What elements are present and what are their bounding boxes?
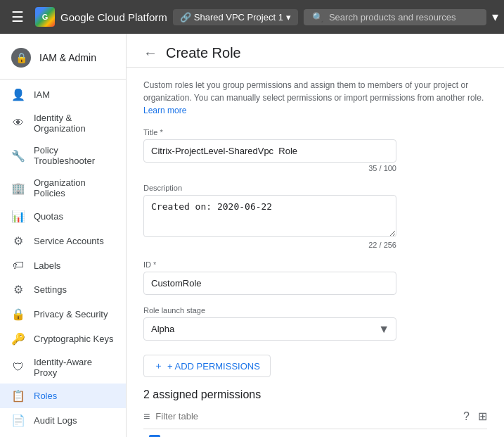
sidebar-label-quotas: Quotas: [34, 211, 63, 222]
sidebar-item-audit[interactable]: 📄 Audit Logs: [0, 408, 126, 433]
sidebar-item-privacy[interactable]: 🔒 Privacy & Security: [0, 302, 126, 327]
sidebar-label-org-policies: Organization Policies: [34, 177, 115, 198]
filter-actions: ? ⊞: [463, 410, 487, 423]
filter-icon: ≡: [143, 410, 150, 423]
columns-icon[interactable]: ⊞: [478, 410, 487, 423]
menu-icon[interactable]: ☰: [6, 6, 30, 28]
logo-icon: G: [35, 7, 55, 27]
th-status: Status: [375, 429, 487, 437]
title-label: Title *: [143, 128, 487, 137]
project-icon: 🔗: [180, 12, 191, 23]
sidebar-label-identity-proxy: Identity-Aware Proxy: [34, 357, 115, 378]
id-input[interactable]: [143, 272, 396, 295]
sidebar-item-roles[interactable]: 📋 Roles: [0, 384, 126, 408]
add-permissions-button[interactable]: ＋ + ADD PERMISSIONS: [143, 355, 271, 377]
sidebar-item-crypto[interactable]: 🔑 Cryptographic Keys: [0, 327, 126, 351]
description-label: Description: [143, 184, 487, 192]
sidebar-item-groups[interactable]: 👥 Groups: [0, 433, 126, 437]
back-button[interactable]: ←: [143, 45, 157, 61]
sidebar-label-roles: Roles: [34, 391, 57, 401]
sidebar-label-policy: Policy Troubleshooter: [34, 145, 115, 166]
identity-icon: 👁: [11, 117, 25, 129]
launch-stage-select[interactable]: Alpha Beta General Availability Disabled: [143, 317, 396, 341]
quotas-icon: 📊: [11, 210, 25, 223]
title-field: Title * 35 / 100: [143, 128, 487, 172]
permissions-table: ✓ Permission ↑ Status: [143, 429, 487, 437]
page-title: Create Role: [166, 45, 241, 61]
sidebar-label-identity: Identity & Organization: [34, 113, 115, 134]
sidebar-label-privacy: Privacy & Security: [34, 309, 108, 319]
identity-proxy-icon: 🛡: [11, 361, 25, 374]
main-content: ← Create Role Custom roles let you group…: [127, 34, 504, 437]
project-selector[interactable]: 🔗 Shared VPC Project 1 ▾: [173, 9, 298, 25]
sidebar-item-iam[interactable]: 👤 IAM: [0, 82, 126, 107]
project-dropdown-icon: ▾: [286, 12, 291, 23]
launch-stage-label: Role launch stage: [143, 306, 487, 315]
sidebar-label-iam: IAM: [34, 89, 50, 100]
logo: G Google Cloud Platform: [35, 7, 167, 27]
id-field: ID *: [143, 260, 487, 295]
sidebar-header: 🔒 IAM & Admin: [0, 39, 126, 80]
iam-icon: 👤: [11, 88, 25, 101]
topbar: ☰ G Google Cloud Platform 🔗 Shared VPC P…: [0, 0, 504, 34]
description-textarea[interactable]: [143, 195, 396, 237]
search-bar: 🔍: [304, 9, 486, 25]
add-permissions-icon: ＋: [154, 360, 163, 372]
title-input[interactable]: [143, 139, 396, 163]
roles-icon: 📋: [11, 389, 25, 403]
search-icon: 🔍: [312, 12, 323, 23]
sidebar-label-crypto: Cryptographic Keys: [34, 334, 113, 344]
project-name: Shared VPC Project 1: [194, 12, 283, 23]
description-text: Custom roles let you group permissions a…: [143, 79, 487, 117]
th-permission[interactable]: Permission ↑: [166, 429, 375, 437]
sidebar-label-audit: Audit Logs: [34, 415, 77, 426]
app-layout: 🔒 IAM & Admin 👤 IAM 👁 Identity & Organiz…: [0, 34, 504, 437]
sidebar-item-policy[interactable]: 🔧 Policy Troubleshooter: [0, 139, 126, 172]
sidebar-item-settings[interactable]: ⚙ Settings: [0, 277, 126, 302]
search-input[interactable]: [329, 12, 478, 23]
title-char-count: 35 / 100: [143, 164, 396, 172]
permissions-section-title: 2 assigned permissions: [143, 388, 487, 401]
page-header: ← Create Role: [127, 34, 504, 68]
sidebar-item-identity-proxy[interactable]: 🛡 Identity-Aware Proxy: [0, 351, 126, 384]
table-header-row: ✓ Permission ↑ Status: [143, 429, 487, 437]
description-field: Description 22 / 256: [143, 184, 487, 249]
crypto-icon: 🔑: [11, 332, 25, 346]
sidebar-item-labels[interactable]: 🏷 Labels: [0, 253, 126, 277]
logo-text: Google Cloud Platform: [60, 11, 167, 23]
privacy-icon: 🔒: [11, 308, 25, 321]
sidebar-item-service-accounts[interactable]: ⚙ Service Accounts: [0, 229, 126, 253]
topbar-dropdown-icon[interactable]: ▾: [492, 9, 498, 25]
sidebar-label-settings: Settings: [34, 284, 67, 295]
id-label: ID *: [143, 260, 487, 269]
launch-stage-select-wrap: Alpha Beta General Availability Disabled…: [143, 317, 396, 341]
filter-bar: ≡ ? ⊞: [143, 410, 487, 423]
sidebar-label-labels: Labels: [34, 260, 60, 271]
description-char-count: 22 / 256: [143, 241, 396, 249]
sidebar-item-quotas[interactable]: 📊 Quotas: [0, 204, 126, 229]
service-accounts-icon: ⚙: [11, 234, 25, 248]
policy-icon: 🔧: [11, 149, 25, 163]
audit-icon: 📄: [11, 414, 25, 427]
learn-more-link[interactable]: Learn more: [143, 106, 186, 115]
sidebar-title: IAM & Admin: [39, 52, 96, 63]
filter-input[interactable]: [155, 411, 458, 422]
permissions-section: 2 assigned permissions ≡ ? ⊞: [143, 388, 487, 437]
th-checkbox: ✓: [143, 429, 166, 437]
settings-icon: ⚙: [11, 283, 25, 296]
launch-stage-field: Role launch stage Alpha Beta General Ava…: [143, 306, 487, 341]
labels-icon: 🏷: [11, 259, 25, 272]
form-area: Custom roles let you group permissions a…: [127, 68, 504, 437]
sidebar-label-service-accounts: Service Accounts: [34, 236, 104, 246]
sidebar-item-org-policies[interactable]: 🏢 Organization Policies: [0, 172, 126, 204]
org-policies-icon: 🏢: [11, 182, 25, 195]
sidebar: 🔒 IAM & Admin 👤 IAM 👁 Identity & Organiz…: [0, 34, 127, 437]
iam-admin-icon: 🔒: [11, 48, 31, 68]
sidebar-item-identity[interactable]: 👁 Identity & Organization: [0, 107, 126, 139]
add-permissions-label: + ADD PERMISSIONS: [167, 361, 260, 372]
topbar-right: ▾: [492, 9, 498, 25]
help-icon[interactable]: ?: [463, 410, 470, 423]
